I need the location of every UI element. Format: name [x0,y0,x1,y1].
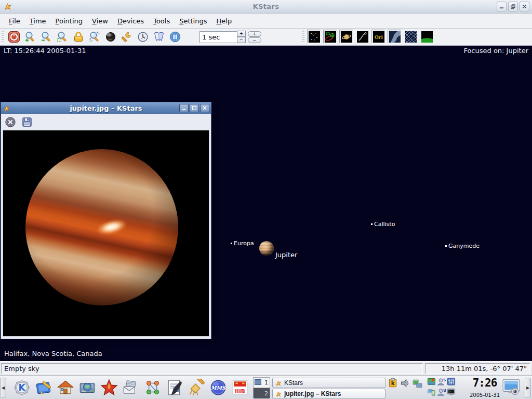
view-ops-button[interactable] [151,30,166,45]
image-window-titlebar[interactable]: jupiter.jpg – KStars [1,102,211,114]
sky-object-ganymede[interactable]: Ganymede [445,243,480,249]
network-button[interactable] [142,377,163,397]
view-toolbar-handle[interactable] [302,31,304,43]
sky-label-ganymede: Ganymede [448,243,480,249]
toggle-stars-button[interactable] [307,30,321,44]
timestep-increase-button[interactable]: + [237,31,246,37]
pager-window-thumb [255,379,261,385]
terminal-tray-icon[interactable] [447,388,456,396]
svg-text:k: k [391,380,395,386]
mms-button[interactable]: MMS [208,377,228,397]
pda-sync-tray-icon[interactable] [427,388,436,396]
image-minimize-button[interactable] [179,104,189,112]
sky-object-europa[interactable]: Europa [231,240,254,247]
location-label: Halifax, Nova Scotia, Canada [4,350,102,357]
statusbar: Empty sky 13h 11m 01s, -6° 07' 47" [0,361,532,375]
user-u-tray-icon[interactable]: U [437,388,446,396]
menu-tools[interactable]: Tools [149,15,175,27]
close-button[interactable] [520,2,529,11]
zoom-out-button[interactable] [38,30,54,45]
menu-devices[interactable]: Devices [113,15,149,27]
sky-label-europa: Europa [234,240,254,247]
menu-time[interactable]: Time [25,15,51,27]
focus-label: Focused on: Jupiter [463,47,528,55]
sky-label-jupiter: Jupiter [275,251,297,259]
toggle-clock-button[interactable] [167,30,182,45]
minimize-button[interactable] [497,2,507,11]
sky-map[interactable]: LT: 15:26:44 2005-01-31 Focused on: Jupi… [0,46,532,361]
toggle-milky-way-button[interactable] [388,30,402,44]
toolbar-handle[interactable] [2,31,4,43]
main-toolbar: + − + − Ori [0,29,532,46]
callisto-dot [371,223,373,225]
sky-object-jupiter[interactable] [259,241,274,256]
menu-file[interactable]: File [4,15,25,27]
image-close-button[interactable] [200,104,209,112]
jupiter-image [3,130,209,337]
menu-view[interactable]: View [87,15,113,27]
sky-label-callisto: Callisto [374,221,395,228]
screenshot-tray-icon[interactable] [502,378,522,397]
k-menu-button[interactable]: K [11,377,32,397]
image-maximize-button[interactable] [190,104,199,112]
menu-pointing[interactable]: Pointing [51,15,87,27]
timestep-input[interactable] [200,31,237,43]
panel-hide-right-button[interactable]: ▶ [525,378,531,397]
pager-desktop-1[interactable]: 1 [254,378,270,388]
word-processor-button[interactable] [164,377,184,397]
save-image-button[interactable] [21,116,33,128]
svg-text:IIIB: IIIB [235,388,245,394]
sweeper-button[interactable] [186,377,206,397]
restore-button[interactable] [508,2,518,11]
timestep-unit-increase-button[interactable]: + [248,31,261,37]
klipper-tray-icon[interactable]: k [388,378,398,388]
toggle-coordinate-grid-button[interactable] [404,30,418,44]
europa-dot [231,243,232,244]
quit-button[interactable] [6,30,21,45]
status-coordinates: 13h 11m 01s, -6° 07' 47" [425,363,530,374]
task-button-2[interactable]: jupiter.jpg – KStars [272,389,385,399]
network-monitor-tray-icon[interactable] [412,378,422,389]
jupiter-storm-spot [96,218,127,237]
toggle-comets-button[interactable] [355,30,369,44]
find-object-button[interactable] [87,30,102,45]
main-window-title: KStars [0,3,532,10]
ganymede-dot [445,245,447,247]
lock-position-button[interactable] [71,30,86,45]
task-button-1[interactable]: KStars [272,378,385,388]
zoom-in-button[interactable] [22,30,37,45]
map-tray-icon[interactable] [427,377,436,386]
toggle-constellation-names-button[interactable]: Ori [371,30,385,44]
mail-button[interactable] [121,377,141,397]
desktop-settings-button[interactable] [33,377,54,397]
system-button[interactable] [77,377,97,397]
panel-hide-left-button[interactable]: ◀ [0,378,6,397]
user-s-tray-icon[interactable]: S [437,377,446,386]
clock-date: 2005-01-31 [470,392,500,398]
configure-button[interactable] [119,30,134,45]
favorites-button[interactable] [99,377,119,397]
close-image-button[interactable] [4,116,17,128]
menu-help[interactable]: Help [212,15,237,27]
timestep-decrease-button[interactable]: − [237,37,246,43]
main-titlebar[interactable]: KStars [0,0,532,14]
toggle-deep-sky-button[interactable] [323,30,337,44]
banking-button[interactable]: IIIB [230,377,250,397]
menu-settings[interactable]: Settings [175,15,211,27]
taskbar-clock[interactable]: 7:26 2005-01-31 [468,377,501,398]
svg-text:K: K [18,382,25,393]
geographic-location-button[interactable] [103,30,118,45]
svg-text:U: U [443,388,446,393]
toggle-horizon-button[interactable] [420,30,434,44]
zoom-default-button[interactable] [55,30,70,45]
image-viewer-window: jupiter.jpg – KStars [1,102,211,339]
mixer-tray-icon[interactable] [447,377,456,386]
timestep-unit-decrease-button[interactable]: − [248,37,261,43]
sky-object-callisto[interactable]: Callisto [371,221,395,228]
home-folder-button[interactable] [55,377,75,397]
local-time-label: LT: 15:26:44 2005-01-31 [4,47,86,55]
toggle-planets-button[interactable] [339,30,353,44]
pager-desktop-2[interactable]: 2 [254,388,270,398]
volume-tray-icon[interactable] [400,378,410,389]
set-time-button[interactable] [135,30,150,45]
